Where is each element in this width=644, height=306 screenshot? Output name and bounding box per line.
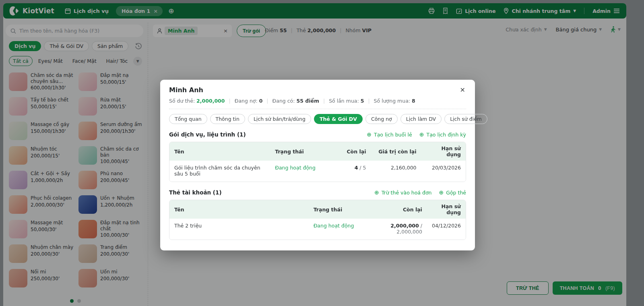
summary-stat: Số lần mua: 5: [329, 98, 364, 104]
package-remaining: 4 / 5: [332, 161, 371, 182]
plus-circle-icon: ⊕: [439, 190, 444, 195]
column-header: Còn lại: [332, 142, 371, 161]
package-status: Đang hoạt động: [270, 161, 332, 182]
modal-tab-the-goi-dv[interactable]: Thẻ & Gói DV: [314, 114, 363, 124]
card-remaining: 2,000,000 / 2,000,000: [368, 219, 427, 240]
divider: |: [229, 98, 230, 104]
section-title-cards: Thẻ tài khoản (1): [169, 189, 222, 196]
action-tao-lich-buoi-le[interactable]: ⊕Tạo lịch buổi lẻ: [367, 132, 412, 138]
modal-tab-lich-su-ban[interactable]: Lịch sử bán/trả/dùng: [248, 114, 311, 124]
customer-detail-modal: Minh Anh ✕ Số dư thẻ: 2,000,000|Đang nợ:…: [160, 80, 475, 250]
column-header: Còn lại: [368, 200, 427, 219]
divider: |: [323, 98, 325, 104]
section1-actions: ⊕Tạo lịch buổi lẻ⊕Tạo lịch định kỳ: [367, 132, 466, 138]
close-modal-icon[interactable]: ✕: [459, 86, 466, 94]
modal-tab-tong-quan[interactable]: Tổng quan: [169, 114, 207, 124]
action-label: Trừ thẻ vào hoá đơn: [382, 190, 432, 196]
action-label: Tạo lịch định kỳ: [427, 132, 466, 138]
summary-stat: Đang nợ: 0: [235, 98, 263, 104]
divider: |: [368, 98, 369, 104]
action-tru-the-vao-hoa-don[interactable]: ⊕Trừ thẻ vào hoá đơn: [374, 190, 431, 196]
divider: |: [266, 98, 268, 104]
modal-tab-cong-no[interactable]: Công nợ: [365, 114, 398, 124]
column-header: Tên: [169, 142, 270, 161]
action-label: Tạo lịch buổi lẻ: [374, 132, 412, 138]
modal-tab-lich-lam-dv[interactable]: Lịch làm DV: [400, 114, 442, 124]
summary-stat: Số dư thẻ: 2,000,000: [169, 98, 225, 104]
card-status: Đang hoạt động: [309, 219, 368, 240]
modal-tab-lich-su-diem[interactable]: Lịch sử điểm: [444, 114, 487, 124]
package-value-remaining: 2,160,000: [371, 161, 421, 182]
action-tao-lich-dinh-ky[interactable]: ⊕Tạo lịch định kỳ: [419, 132, 466, 138]
section-title-packages: Gói dịch vụ, liệu trình (1): [169, 131, 246, 138]
column-header: Trạng thái: [309, 200, 368, 219]
column-header: Trạng thái: [270, 142, 332, 161]
action-gop-the[interactable]: ⊕Gộp thẻ: [439, 190, 466, 196]
cards-table: TênTrạng tháiCòn lạiHạn sử dụng Thẻ 2 tr…: [169, 200, 466, 240]
column-header: Tên: [169, 200, 309, 219]
modal-tab-thong-tin[interactable]: Thông tin: [210, 114, 245, 124]
summary-stat: Đang có: 55 điểm: [272, 98, 319, 104]
plus-circle-icon: ⊕: [419, 132, 424, 137]
modal-tabs: Tổng quanThông tinLịch sử bán/trả/dùngTh…: [169, 114, 466, 124]
column-header: Giá trị còn lại: [371, 142, 421, 161]
section2-actions: ⊕Trừ thẻ vào hoá đơn⊕Gộp thẻ: [374, 190, 466, 196]
column-header: Hạn sử dụng: [427, 200, 466, 219]
table-row[interactable]: Gói liệu trình chăm sóc da chuyên sâu 5 …: [169, 161, 466, 182]
package-name: Gói liệu trình chăm sóc da chuyên sâu 5 …: [169, 161, 270, 182]
packages-table: TênTrạng tháiCòn lạiGiá trị còn lạiHạn s…: [169, 142, 466, 182]
plus-circle-icon: ⊕: [367, 132, 372, 137]
package-expiry: 20/03/2026: [421, 161, 466, 182]
table-row[interactable]: Thẻ 2 triệu Đang hoạt động 2,000,000 / 2…: [169, 219, 466, 240]
column-header: Hạn sử dụng: [421, 142, 466, 161]
card-name: Thẻ 2 triệu: [169, 219, 309, 240]
summary-stat: Số lượng mua: 8: [374, 98, 415, 104]
action-label: Gộp thẻ: [446, 190, 466, 196]
customer-summary: Số dư thẻ: 2,000,000|Đang nợ: 0|Đang có:…: [169, 98, 466, 109]
modal-title: Minh Anh: [169, 86, 203, 94]
card-expiry: 04/12/2026: [427, 219, 466, 240]
plus-circle-icon: ⊕: [374, 190, 379, 195]
